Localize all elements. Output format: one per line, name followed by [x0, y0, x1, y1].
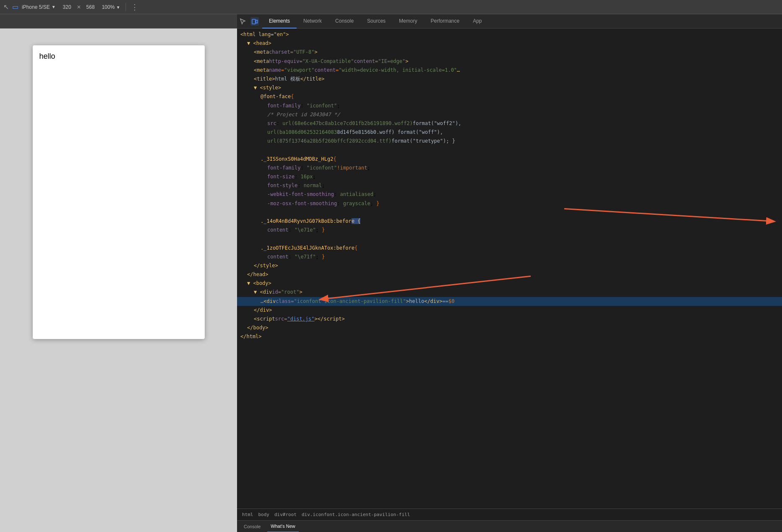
- toolbar-divider: [125, 3, 126, 11]
- code-line[interactable]: <script src="dist.js"></script>: [237, 315, 782, 323]
- height-input[interactable]: [83, 4, 99, 10]
- code-line[interactable]: @font-face {: [237, 92, 782, 101]
- main-area: hello Elements: [0, 14, 782, 532]
- preview-toolbar: [0, 14, 237, 29]
- code-line[interactable]: <html lang="en">: [237, 30, 782, 39]
- inspect-element-icon[interactable]: [239, 17, 247, 26]
- elements-wrapper: <html lang="en">▼ <head><meta charset="U…: [237, 29, 782, 509]
- tab-console[interactable]: Console: [328, 14, 360, 29]
- code-line[interactable]: font-family: "iconfont";: [237, 102, 782, 110]
- code-line[interactable]: content: "\e71e"; }: [237, 226, 782, 235]
- code-line[interactable]: ▼ <div id="root">: [237, 288, 782, 297]
- tab-performance[interactable]: Performance: [424, 14, 466, 29]
- tab-elements-label: Elements: [269, 18, 290, 24]
- console-bar-console[interactable]: Console: [240, 521, 264, 532]
- breadcrumb-bar: html body div#root div.iconfont.icon-anc…: [237, 509, 782, 520]
- code-line[interactable]: ._1zoOTFEcJu3E4lJGknATox:before {: [237, 244, 782, 253]
- zoom-selector[interactable]: 100% ▼: [102, 4, 120, 10]
- code-line[interactable]: <meta http-equiv="X-UA-Compatible" conte…: [237, 57, 782, 66]
- device-label: iPhone 5/SE: [22, 4, 50, 10]
- more-options-icon[interactable]: ⋮: [131, 3, 138, 12]
- device-selector[interactable]: iPhone 5/SE ▼: [22, 4, 56, 10]
- console-bar: Console What's New: [237, 520, 782, 532]
- zoom-chevron-icon: ▼: [116, 5, 120, 10]
- preview-content: hello: [0, 29, 237, 532]
- phone-frame: hello: [33, 45, 205, 339]
- preview-pane: hello: [0, 14, 237, 532]
- code-line[interactable]: </style>: [237, 261, 782, 270]
- code-line[interactable]: <title>html 模板</title>: [237, 75, 782, 83]
- breadcrumb-html[interactable]: html: [240, 511, 255, 518]
- dimension-inputs: ✕: [59, 4, 99, 10]
- code-line[interactable]: <meta charset="UTF-8">: [237, 48, 782, 57]
- breadcrumb-diviconfont[interactable]: div.iconfont.icon-ancient-pavilion-fill: [300, 511, 412, 518]
- svg-rect-0: [252, 19, 255, 24]
- code-line[interactable]: content: "\e71f"; }: [237, 253, 782, 261]
- devtools-panel: Elements Network Console Sources Memory …: [237, 14, 782, 532]
- code-line[interactable]: url(ba1086d0625321640838d14f5e8156b0.wof…: [237, 128, 782, 137]
- code-line[interactable]: [237, 235, 782, 243]
- code-line[interactable]: src: url(68e6ce47bc8ab1ce7cd01fb2b619189…: [237, 119, 782, 128]
- console-bar-whatsnew[interactable]: What's New: [267, 521, 298, 532]
- devtools-tabs: Elements Network Console Sources Memory …: [237, 14, 782, 29]
- zoom-label: 100%: [102, 4, 115, 10]
- tab-memory[interactable]: Memory: [392, 14, 424, 29]
- devtools-icons: [239, 17, 259, 26]
- code-line[interactable]: font-family: "iconfont" !important;: [237, 164, 782, 172]
- code-line[interactable]: <meta name="viewport" content="width=dev…: [237, 66, 782, 75]
- code-line[interactable]: </head>: [237, 270, 782, 279]
- code-line[interactable]: -webkit-font-smoothing: antialiased;: [237, 190, 782, 199]
- code-line[interactable]: </div>: [237, 306, 782, 315]
- code-line[interactable]: /* Project id 2843047 */: [237, 110, 782, 119]
- hello-text: hello: [39, 52, 55, 60]
- chevron-down-icon[interactable]: ▼: [52, 5, 56, 9]
- code-line[interactable]: ▼ <head>: [237, 39, 782, 48]
- width-input[interactable]: [59, 4, 75, 10]
- code-line[interactable]: </body>: [237, 323, 782, 332]
- tab-sources-label: Sources: [367, 18, 386, 24]
- device-toggle-icon[interactable]: ▭: [12, 3, 18, 11]
- code-line[interactable]: … <div class="iconfont icon-ancient-pavi…: [237, 297, 782, 306]
- code-line[interactable]: font-style: normal;: [237, 181, 782, 190]
- tab-memory-label: Memory: [399, 18, 417, 24]
- code-line[interactable]: url(875f13746a28b5f260bffcf2892ccd04.ttf…: [237, 137, 782, 146]
- tab-sources[interactable]: Sources: [360, 14, 392, 29]
- tab-app-label: App: [473, 18, 482, 24]
- tab-app[interactable]: App: [466, 14, 488, 29]
- code-line[interactable]: [237, 146, 782, 154]
- top-toolbar: ↖ ▭ iPhone 5/SE ▼ ✕ 100% ▼ ⋮: [0, 0, 782, 14]
- code-line[interactable]: ._3ISSonxS0Ha4dMDBz_HLg2 {: [237, 155, 782, 164]
- breadcrumb-body[interactable]: body: [257, 511, 271, 518]
- tab-network[interactable]: Network: [297, 14, 328, 29]
- close-icon[interactable]: ✕: [77, 4, 81, 10]
- code-line[interactable]: </html>: [237, 332, 782, 341]
- breadcrumb-divroot[interactable]: div#root: [273, 511, 298, 518]
- tab-network-label: Network: [303, 18, 322, 24]
- code-line[interactable]: font-size: 16px;: [237, 172, 782, 181]
- code-line[interactable]: ▼ <style>: [237, 83, 782, 92]
- svg-rect-1: [256, 20, 258, 23]
- tab-console-label: Console: [335, 18, 354, 24]
- cursor-icon[interactable]: ↖: [3, 3, 9, 11]
- code-line[interactable]: ._14oR4nBd4RyvnJG07kBoEb:before {: [237, 217, 782, 226]
- code-line[interactable]: ▼ <body>: [237, 279, 782, 288]
- code-line[interactable]: -moz-osx-font-smoothing: grayscale; }: [237, 199, 782, 208]
- code-line[interactable]: [237, 208, 782, 217]
- tab-elements[interactable]: Elements: [262, 14, 297, 29]
- tab-performance-label: Performance: [430, 18, 459, 24]
- elements-panel[interactable]: <html lang="en">▼ <head><meta charset="U…: [237, 29, 782, 509]
- device-toolbar-icon[interactable]: [250, 17, 259, 26]
